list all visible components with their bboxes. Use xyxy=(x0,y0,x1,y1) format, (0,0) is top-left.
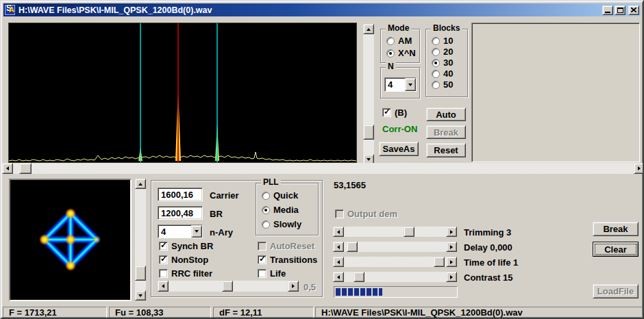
slider-thumb[interactable] xyxy=(404,227,414,237)
checkbox-box[interactable]: ✓ xyxy=(159,242,168,251)
slider-thumb[interactable] xyxy=(347,242,358,252)
radio-icon[interactable] xyxy=(262,220,270,229)
slider-right-button[interactable] xyxy=(446,272,457,282)
auto-button[interactable]: Auto xyxy=(426,107,466,121)
scrollbar-track[interactable] xyxy=(135,189,146,290)
slider-right-button[interactable] xyxy=(446,227,457,237)
slider-right-button[interactable] xyxy=(446,257,457,267)
radio-icon[interactable] xyxy=(432,37,440,45)
slider-right-button[interactable] xyxy=(288,281,299,292)
status-f: F = 1713,21 xyxy=(3,307,107,318)
radio-icon[interactable] xyxy=(432,48,440,56)
check-icon: ✓ xyxy=(259,254,266,264)
checkbox-box[interactable]: ✓ xyxy=(159,255,168,264)
radio-label: 50 xyxy=(443,79,453,90)
result-list-panel[interactable] xyxy=(471,23,640,162)
nary-combobox[interactable]: 4 xyxy=(158,225,203,238)
scroll-left-button[interactable] xyxy=(2,163,13,174)
scroll-up-button[interactable] xyxy=(135,179,146,189)
n-combobox-dropdown-button[interactable] xyxy=(405,78,416,91)
nonstop-checkbox[interactable]: ✓ NonStop xyxy=(159,255,208,265)
mode-radio-am[interactable]: AM xyxy=(386,36,412,46)
output-dem-checkbox: ✓ Output dem xyxy=(335,209,397,219)
blocks-radio-10[interactable]: 10 xyxy=(432,36,453,46)
break-button[interactable]: Break xyxy=(593,222,639,236)
radio-icon[interactable] xyxy=(432,81,440,89)
maximize-button[interactable] xyxy=(615,5,626,15)
clear-button[interactable]: Clear xyxy=(593,242,639,257)
constellation-scrollbar[interactable] xyxy=(135,179,146,301)
trimming-slider[interactable] xyxy=(333,227,457,237)
minimize-button[interactable] xyxy=(602,5,613,15)
radio-icon[interactable] xyxy=(262,206,270,214)
slider-track[interactable] xyxy=(344,242,446,252)
slider-left-button[interactable] xyxy=(158,281,169,292)
radio-icon[interactable] xyxy=(432,59,440,67)
progress-bar xyxy=(334,286,458,298)
slider-thumb[interactable] xyxy=(434,257,445,267)
radio-label: 10 xyxy=(443,36,453,46)
radio-icon[interactable] xyxy=(432,70,440,78)
mode-group-label: Mode xyxy=(386,24,411,33)
slider-track[interactable] xyxy=(169,281,288,292)
analysis-scrollbar[interactable] xyxy=(363,24,374,164)
rrc-slider[interactable] xyxy=(158,281,299,292)
carrier-input[interactable] xyxy=(158,188,203,201)
slider-track[interactable] xyxy=(344,227,446,237)
radio-icon[interactable] xyxy=(386,49,395,58)
time-of-life-slider[interactable] xyxy=(333,257,457,267)
pll-radio-slowly[interactable]: Slowly xyxy=(262,219,301,229)
slider-right-button[interactable] xyxy=(446,242,457,252)
close-button[interactable] xyxy=(628,5,639,15)
contrast-slider[interactable] xyxy=(333,272,457,282)
synch-br-checkbox[interactable]: ✓ Synch BR xyxy=(159,241,213,251)
nary-combobox-dropdown-button[interactable] xyxy=(191,225,202,238)
b-checkbox[interactable]: ✓ (B) xyxy=(382,107,407,118)
slider-left-button[interactable] xyxy=(333,242,344,252)
pll-radio-quick[interactable]: Quick xyxy=(262,190,298,201)
slider-left-button[interactable] xyxy=(333,227,344,237)
pll-radio-media[interactable]: Media xyxy=(262,205,299,215)
radio-icon[interactable] xyxy=(386,37,395,45)
delay-slider[interactable] xyxy=(333,242,457,252)
symbol-point xyxy=(65,234,76,245)
radio-icon[interactable] xyxy=(262,192,270,200)
blocks-radio-50[interactable]: 50 xyxy=(432,79,453,90)
mode-radio-xn[interactable]: X^N xyxy=(386,48,416,58)
scrollbar-thumb[interactable] xyxy=(363,125,374,140)
checkbox-box[interactable]: ✓ xyxy=(258,255,267,264)
scroll-right-button[interactable] xyxy=(634,163,644,174)
title-bar[interactable]: S A H:\WAVE Files\PSK\I-MIL_QPSK_1200Bd(… xyxy=(3,3,641,16)
scroll-down-button[interactable] xyxy=(135,290,146,301)
blocks-radio-40[interactable]: 40 xyxy=(432,68,453,79)
checkbox-box[interactable]: ✓ xyxy=(159,269,168,278)
slider-left-button[interactable] xyxy=(333,257,344,267)
contrast-label: Contrast 15 xyxy=(464,272,513,283)
br-input[interactable] xyxy=(158,206,203,220)
n-combobox[interactable]: 4 xyxy=(384,77,417,92)
arrow-left-icon xyxy=(162,284,164,288)
checkbox-box[interactable]: ✓ xyxy=(382,108,391,117)
saveas-button[interactable]: SaveAs xyxy=(379,142,419,156)
scrollbar-track[interactable] xyxy=(363,34,374,154)
constellation-display[interactable] xyxy=(9,179,132,301)
life-checkbox[interactable]: ✓ Life xyxy=(258,268,286,279)
checkbox-box[interactable]: ✓ xyxy=(258,269,267,278)
reset-button[interactable]: Reset xyxy=(426,143,466,157)
rrc-filter-checkbox[interactable]: ✓ RRC filter xyxy=(159,268,212,279)
scroll-up-button[interactable] xyxy=(363,24,374,34)
slider-thumb[interactable] xyxy=(222,281,233,292)
scrollbar-thumb[interactable] xyxy=(135,266,146,281)
slider-thumb[interactable] xyxy=(354,272,364,282)
slider-left-button[interactable] xyxy=(333,272,344,282)
blocks-radio-20[interactable]: 20 xyxy=(432,47,453,57)
blocks-radio-30[interactable]: 30 xyxy=(432,58,453,68)
spectrum-display[interactable] xyxy=(8,23,357,163)
slider-track[interactable] xyxy=(344,257,446,267)
autoreset-checkbox: ✓ AutoReset xyxy=(258,241,314,251)
scrollbar-track[interactable] xyxy=(13,163,634,174)
spectrum-scrollbar[interactable] xyxy=(2,163,644,174)
transitions-checkbox[interactable]: ✓ Transitions xyxy=(258,255,317,265)
scrollbar-thumb[interactable] xyxy=(19,163,32,174)
slider-track[interactable] xyxy=(344,272,446,282)
